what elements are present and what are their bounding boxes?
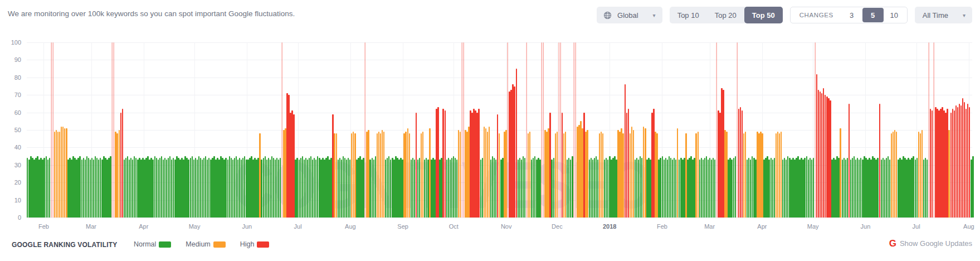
volatility-bar[interactable] [601,132,602,218]
volatility-bar[interactable] [480,160,481,218]
volatility-bar[interactable] [47,160,48,218]
volatility-bar[interactable] [312,160,313,218]
volatility-bar[interactable] [338,160,339,218]
volatility-bar[interactable] [964,102,965,218]
volatility-bar[interactable] [518,160,519,218]
volatility-bar[interactable] [923,160,924,218]
volatility-bar[interactable] [482,158,483,218]
volatility-bar[interactable] [241,160,242,218]
volatility-bar[interactable] [591,158,592,218]
volatility-bar[interactable] [630,133,631,218]
volatility-bar[interactable] [599,133,600,218]
volatility-bar[interactable] [263,158,264,218]
volatility-bar[interactable] [731,160,732,218]
volatility-bar[interactable] [703,160,704,218]
show-google-updates-link[interactable]: G Show Google Updates [889,239,972,248]
changes-10-button[interactable]: 10 [884,8,905,22]
volatility-bar[interactable] [49,158,50,218]
volatility-bar[interactable] [523,156,524,218]
volatility-bar[interactable] [592,160,593,218]
volatility-bar[interactable] [665,158,666,218]
volatility-bar[interactable] [551,160,552,218]
volatility-bar[interactable] [163,160,164,218]
volatility-bar[interactable] [957,107,958,218]
region-dropdown[interactable]: Global ▾ [597,7,662,23]
volatility-bar[interactable] [112,42,113,218]
volatility-bar[interactable] [478,109,479,218]
time-range-dropdown[interactable]: All Time ▾ [915,7,972,23]
volatility-bar[interactable] [405,132,406,218]
volatility-bar[interactable] [508,42,508,218]
volatility-bar[interactable] [660,158,661,218]
volatility-bar[interactable] [419,158,420,218]
volatility-bar[interactable] [777,132,778,218]
volatility-bar[interactable] [675,160,676,218]
volatility-bar[interactable] [299,160,300,218]
volatility-bar[interactable] [132,160,133,218]
volatility-bar[interactable] [782,160,783,218]
volatility-bar[interactable] [701,158,702,218]
volatility-bar[interactable] [847,158,848,218]
volatility-bar[interactable] [442,109,443,218]
volatility-bar[interactable] [266,160,267,218]
volatility-bar[interactable] [448,158,449,218]
volatility-bar[interactable] [674,158,675,218]
volatility-bar[interactable] [820,91,821,218]
volatility-bar[interactable] [854,156,855,218]
volatility-bar[interactable] [275,160,276,218]
volatility-bar[interactable] [231,158,232,218]
volatility-bar[interactable] [280,158,281,218]
volatility-bar[interactable] [563,133,564,218]
volatility-bar[interactable] [959,104,960,218]
volatility-bar[interactable] [628,109,629,218]
changes-3-button[interactable]: 3 [841,8,862,22]
volatility-bar[interactable] [227,160,228,218]
volatility-bar[interactable] [704,158,705,218]
volatility-bar[interactable] [567,160,568,218]
volatility-bar[interactable] [343,156,344,218]
volatility-bar[interactable] [129,160,130,218]
volatility-bar[interactable] [43,158,45,218]
volatility-bar[interactable] [348,158,349,218]
volatility-bar[interactable] [669,156,670,218]
volatility-bar[interactable] [636,158,637,218]
top-10-button[interactable]: Top 10 [670,7,707,23]
volatility-bar[interactable] [952,109,953,218]
volatility-bar[interactable] [779,133,780,218]
volatility-bar[interactable] [672,160,673,218]
volatility-bar[interactable] [417,160,418,218]
volatility-bar[interactable] [168,158,169,218]
volatility-bar[interactable] [776,133,777,218]
volatility-bar[interactable] [708,160,709,218]
volatility-bar[interactable] [158,160,159,218]
volatility-bar[interactable] [59,132,60,218]
volatility-bar[interactable] [125,158,126,218]
volatility-bar[interactable] [852,158,853,218]
volatility-bar[interactable] [633,130,634,218]
volatility-bar[interactable] [114,42,114,218]
volatility-bar[interactable] [529,132,530,218]
volatility-bar[interactable] [771,158,772,218]
volatility-bar[interactable] [369,160,370,218]
volatility-bar[interactable] [344,158,345,218]
volatility-bar[interactable] [954,110,955,218]
changes-5-button[interactable]: 5 [862,8,884,22]
volatility-bar[interactable] [307,160,308,218]
volatility-bar[interactable] [349,160,350,218]
volatility-bar[interactable] [302,156,303,218]
volatility-bar[interactable] [190,158,191,218]
volatility-bar[interactable] [409,133,410,218]
volatility-bar[interactable] [888,156,889,218]
volatility-bar[interactable] [572,156,573,218]
volatility-bar[interactable] [542,42,542,218]
volatility-bar[interactable] [310,156,311,218]
volatility-bar[interactable] [806,156,807,218]
volatility-bar[interactable] [261,160,262,218]
volatility-bar[interactable] [877,158,878,218]
volatility-bar[interactable] [626,113,627,218]
volatility-bar[interactable] [455,158,456,218]
volatility-bar[interactable] [594,158,595,218]
volatility-bar[interactable] [494,158,495,218]
volatility-bar[interactable] [93,160,94,218]
volatility-bar[interactable] [602,133,603,218]
